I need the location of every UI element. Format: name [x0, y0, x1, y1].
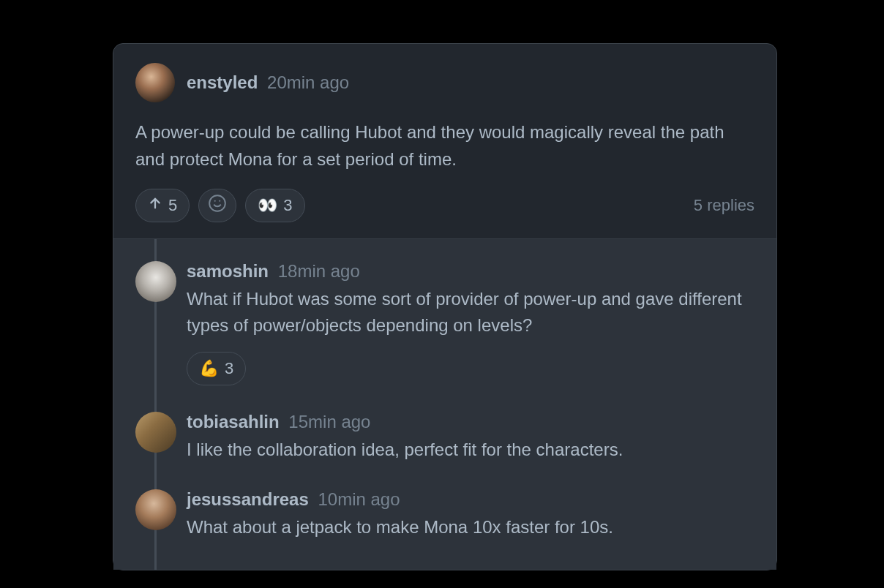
reply-body: I like the collaboration idea, perfect f… — [187, 437, 754, 463]
avatar[interactable] — [135, 261, 176, 302]
avatar[interactable] — [135, 63, 175, 102]
avatar[interactable] — [135, 489, 176, 530]
eyes-icon: 👀 — [258, 197, 277, 214]
comment-timestamp: 18min ago — [278, 261, 360, 281]
reply-thread: samoshin 18min ago What if Hubot was som… — [113, 239, 776, 570]
reply: samoshin 18min ago What if Hubot was som… — [135, 261, 754, 385]
eyes-count: 3 — [283, 196, 292, 215]
muscle-icon: 💪 — [199, 361, 219, 377]
upvote-count: 5 — [168, 196, 177, 215]
author-line: enstyled 20min ago — [187, 72, 349, 93]
author-line: tobiasahlin 15min ago — [187, 412, 754, 432]
comment-body: A power-up could be calling Hubot and th… — [135, 118, 754, 173]
upvote-reaction[interactable]: 5 — [135, 189, 190, 222]
reply: tobiasahlin 15min ago I like the collabo… — [135, 412, 754, 463]
reply: jesussandreas 10min ago What about a jet… — [135, 489, 754, 540]
eyes-reaction[interactable]: 👀 3 — [245, 189, 304, 222]
author-name[interactable]: samoshin — [187, 261, 269, 281]
comment-header: enstyled 20min ago — [135, 63, 754, 102]
avatar[interactable] — [135, 412, 176, 453]
muscle-count: 3 — [225, 359, 233, 378]
smiley-icon — [208, 194, 227, 217]
add-reaction-button[interactable] — [198, 189, 236, 222]
main-comment: enstyled 20min ago A power-up could be c… — [113, 44, 776, 239]
replies-count[interactable]: 5 replies — [694, 196, 754, 215]
comment-timestamp: 10min ago — [318, 489, 400, 509]
comment-timestamp: 20min ago — [267, 72, 349, 92]
author-name[interactable]: jesussandreas — [187, 489, 309, 509]
reply-body: What about a jetpack to make Mona 10x fa… — [187, 514, 754, 540]
reply-body: What if Hubot was some sort of provider … — [187, 286, 754, 339]
reactions-row: 5 👀 3 — [135, 189, 305, 222]
reactions-row: 💪 3 — [187, 352, 754, 385]
comment-timestamp: 15min ago — [288, 412, 370, 431]
author-line: samoshin 18min ago — [187, 261, 754, 282]
author-line: jesussandreas 10min ago — [187, 489, 754, 510]
svg-point-0 — [209, 196, 225, 212]
discussion-card: enstyled 20min ago A power-up could be c… — [113, 43, 777, 570]
author-name[interactable]: tobiasahlin — [187, 412, 280, 431]
author-name[interactable]: enstyled — [187, 72, 258, 92]
arrow-up-icon — [148, 196, 162, 215]
muscle-reaction[interactable]: 💪 3 — [187, 352, 246, 385]
comment-footer: 5 👀 3 5 replies — [135, 189, 754, 222]
